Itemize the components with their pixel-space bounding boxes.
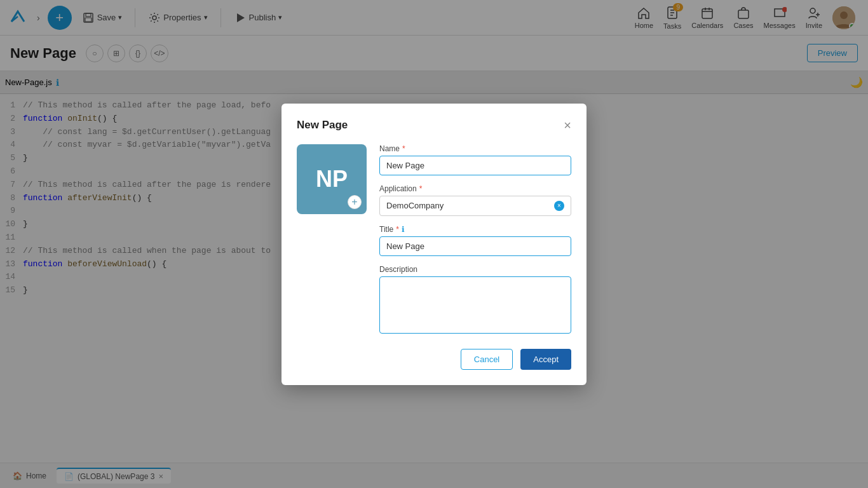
name-input[interactable] xyxy=(379,156,571,175)
modal-close-button[interactable]: × xyxy=(564,119,571,132)
modal-body: NP + Name * Application * xyxy=(297,144,571,336)
avatar-add-button[interactable]: + xyxy=(348,195,362,209)
modal-header: New Page × xyxy=(297,119,571,132)
app-required: * xyxy=(419,184,423,193)
application-field-group: Application * DemoCompany × xyxy=(379,184,571,216)
modal-fields: Name * Application * DemoCompany × xyxy=(379,144,571,336)
title-input[interactable] xyxy=(379,236,571,256)
page-avatar: NP + xyxy=(297,144,367,214)
title-info-icon[interactable]: ℹ xyxy=(402,225,405,234)
name-field-group: Name * xyxy=(379,144,571,175)
avatar-text: NP xyxy=(316,166,348,193)
accept-button[interactable]: Accept xyxy=(520,349,571,370)
name-required: * xyxy=(402,144,405,153)
title-required: * xyxy=(396,225,399,234)
title-field-group: Title * ℹ xyxy=(379,225,571,256)
description-label: Description xyxy=(379,265,571,274)
application-clear-button[interactable]: × xyxy=(554,201,564,211)
modal-footer: Cancel Accept xyxy=(297,349,571,370)
title-label: Title * ℹ xyxy=(379,225,571,234)
new-page-modal: New Page × NP + Name * Application xyxy=(281,104,587,385)
application-value: DemoCompany xyxy=(386,201,444,210)
modal-title: New Page xyxy=(297,119,348,132)
cancel-button[interactable]: Cancel xyxy=(461,349,513,370)
name-label: Name * xyxy=(379,144,571,153)
application-label: Application * xyxy=(379,184,571,193)
application-select[interactable]: DemoCompany × xyxy=(379,196,571,216)
description-field-group: Description xyxy=(379,265,571,336)
modal-overlay[interactable]: New Page × NP + Name * Application xyxy=(0,0,868,488)
description-input[interactable] xyxy=(379,276,571,334)
